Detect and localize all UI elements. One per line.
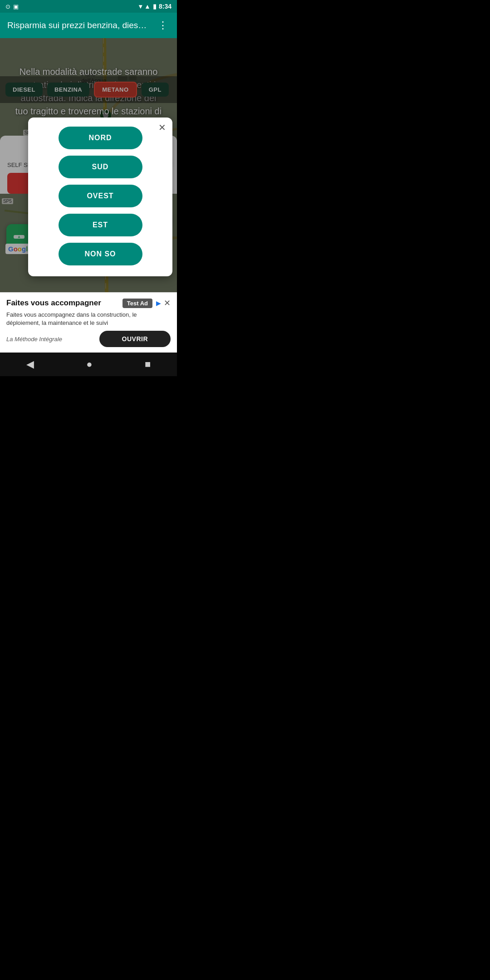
- dialog-close-button[interactable]: ✕: [158, 122, 166, 133]
- ad-bottom-row: La Méthode Intégrale OUVRIR: [6, 331, 171, 347]
- clock: 8:34: [159, 3, 172, 10]
- ad-open-button[interactable]: OUVRIR: [99, 331, 171, 347]
- ad-close-button[interactable]: ✕: [164, 298, 171, 308]
- overflow-menu-icon[interactable]: ⋮: [156, 18, 170, 33]
- direction-est-button[interactable]: EST: [59, 214, 142, 236]
- map-area: DIESEL BENZINA METANO GPL Nella modalità…: [0, 38, 177, 292]
- ad-body: Faites vous accompagnez dans la construc…: [6, 311, 171, 327]
- direction-nord-button[interactable]: NORD: [59, 127, 142, 149]
- ad-brand: La Méthode Intégrale: [6, 336, 62, 343]
- direction-sud-button[interactable]: SUD: [59, 156, 142, 178]
- status-bar-left: ⊙ ▣: [5, 3, 19, 10]
- nav-home-button[interactable]: ●: [77, 356, 101, 373]
- sim-icon: ▣: [13, 3, 19, 10]
- ad-top-row: Faites vous accompagner Test Ad ▶ ✕: [6, 298, 171, 308]
- app-title: Risparmia sui prezzi benzina, dies…: [7, 20, 156, 30]
- direction-dialog: ✕ NORD SUD OVEST EST NON SO: [28, 118, 172, 276]
- status-bar: ⊙ ▣ ▾ ▲ ▮ 8:34: [0, 0, 177, 13]
- app-bar: Risparmia sui prezzi benzina, dies… ⋮: [0, 13, 177, 38]
- ad-title: Faites vous accompagner: [6, 299, 119, 308]
- ad-banner: Faites vous accompagner Test Ad ▶ ✕ Fait…: [0, 292, 177, 353]
- navigation-bar: ◀ ● ■: [0, 353, 177, 376]
- nav-recents-button[interactable]: ■: [136, 356, 160, 373]
- wifi-signal-icon: ▾: [139, 3, 142, 10]
- ad-test-label: Test Ad: [122, 299, 152, 308]
- ad-choices-icon: ▶: [156, 299, 161, 307]
- direction-ovest-button[interactable]: OVEST: [59, 185, 142, 207]
- mobile-signal-icon: ▲: [144, 3, 151, 10]
- direction-nonso-button[interactable]: NON SO: [59, 243, 142, 265]
- battery-icon: ▮: [153, 3, 157, 10]
- nav-back-button[interactable]: ◀: [17, 356, 43, 373]
- wifi-icon: ⊙: [5, 3, 10, 10]
- status-bar-right: ▾ ▲ ▮ 8:34: [139, 3, 172, 10]
